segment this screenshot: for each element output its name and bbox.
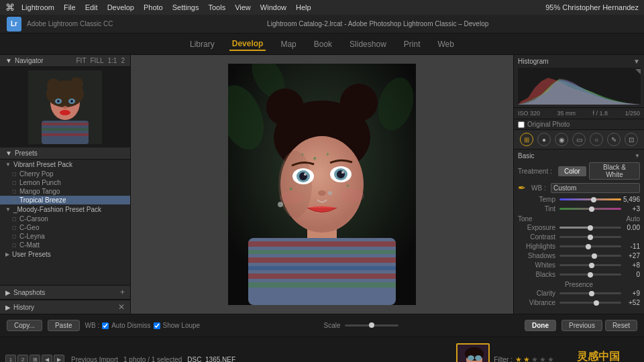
star-5[interactable]: ★	[547, 355, 554, 362]
menu-photo[interactable]: Photo	[144, 3, 163, 11]
preset-group-moody[interactable]: ▼ _Moody-Fashion Preset Pack	[0, 204, 130, 215]
radial-filter-tool[interactable]: ○	[590, 133, 603, 146]
group-name-vibrant: Vibrant Preset Pack	[13, 161, 72, 168]
filmstrip-page-2[interactable]: 2	[17, 355, 28, 363]
tab-develop[interactable]: Develop	[229, 38, 266, 51]
tint-slider[interactable]	[559, 208, 621, 210]
fit-option-fill[interactable]: FILL	[91, 57, 104, 64]
redeye-tool[interactable]: ◉	[555, 133, 568, 146]
filmstrip-controls: 1 2 ⊞ ◀ ▶	[5, 355, 64, 363]
range-mask-tool[interactable]: ⊡	[625, 133, 638, 146]
menu-tools[interactable]: Tools	[208, 3, 225, 11]
whites-slider[interactable]	[559, 264, 621, 266]
original-photo-checkbox[interactable]	[518, 121, 525, 128]
menu-file[interactable]: File	[64, 3, 76, 11]
temp-thumb[interactable]	[591, 197, 596, 202]
exposure-slider[interactable]	[559, 227, 621, 229]
blacks-thumb[interactable]	[588, 272, 593, 278]
scale-thumb[interactable]	[369, 322, 374, 328]
treatment-color-button[interactable]: Color	[558, 166, 586, 176]
menu-develop[interactable]: Develop	[107, 3, 134, 11]
main-photo-container[interactable]: ✦ ✦ ✦ ✦ ✦	[228, 64, 416, 305]
menu-help[interactable]: Help	[296, 3, 311, 11]
star-3[interactable]: ★	[531, 355, 538, 362]
vibrance-thumb[interactable]	[594, 300, 599, 306]
highlights-slider[interactable]	[559, 245, 621, 247]
preset-group-vibrant[interactable]: ▼ Vibrant Preset Pack	[0, 160, 130, 170]
show-loupe-checkbox[interactable]	[154, 322, 160, 329]
exposure-thumb[interactable]	[588, 225, 593, 231]
filmstrip-page-1[interactable]: 1	[5, 355, 16, 363]
gradient-filter-tool[interactable]: ▭	[572, 133, 586, 146]
treatment-bw-button[interactable]: Black & White	[589, 162, 640, 180]
tab-slideshow[interactable]: Slideshow	[347, 38, 389, 50]
preset-item-lemon-punch[interactable]: ◻ Lemon Punch	[0, 178, 130, 187]
preset-item-c-leyna[interactable]: ◻ C-Leyna	[0, 232, 130, 241]
history-header[interactable]: ▶ History ✕	[0, 300, 130, 314]
preset-item-c-matt[interactable]: ◻ C-Matt	[0, 241, 130, 249]
whites-thumb[interactable]	[589, 263, 594, 268]
tab-library[interactable]: Library	[187, 38, 217, 50]
snapshots-add-button[interactable]: +	[120, 288, 125, 297]
basic-panel-header[interactable]: Basic ▼	[518, 152, 640, 160]
contrast-slider[interactable]	[559, 236, 621, 238]
previous-button[interactable]: Previous	[561, 320, 602, 331]
filmstrip-grid-view[interactable]: ⊞	[30, 355, 40, 363]
preset-item-tropical-breeze[interactable]: ◻ Tropical Breeze	[0, 196, 130, 204]
preset-group-user[interactable]: ▶ User Presets	[0, 249, 130, 259]
navigator-thumbnail[interactable]	[0, 67, 130, 147]
apple-menu-icon[interactable]: ⌘	[5, 2, 15, 13]
star-1[interactable]: ★	[515, 355, 522, 362]
wb-eyedropper-icon[interactable]: ✒	[518, 182, 526, 193]
tab-book[interactable]: Book	[311, 38, 335, 50]
star-4[interactable]: ★	[539, 355, 546, 362]
presets-header[interactable]: ▼ Presets	[0, 147, 130, 160]
tone-auto-button[interactable]: Auto	[626, 215, 640, 223]
adjustment-brush-tool[interactable]: ✎	[607, 133, 621, 146]
auto-dismiss-checkbox[interactable]	[102, 322, 109, 329]
filmstrip-thumbnail[interactable]	[456, 343, 490, 363]
fit-option-fit[interactable]: FIT	[76, 57, 87, 64]
star-rating: ★ ★ ★ ★ ★	[515, 355, 554, 362]
star-2[interactable]: ★	[523, 355, 530, 362]
highlights-thumb[interactable]	[586, 244, 591, 249]
copy-button[interactable]: Copy...	[7, 320, 42, 331]
reset-button[interactable]: Reset	[605, 320, 637, 331]
menu-window[interactable]: Window	[260, 3, 286, 11]
preset-item-cherry-pop[interactable]: ◻ Cherry Pop	[0, 170, 130, 178]
wb-selector[interactable]: Custom	[551, 183, 640, 193]
tab-print[interactable]: Print	[401, 38, 423, 50]
fit-option-1to1[interactable]: 1:1	[108, 57, 117, 64]
navigator-header[interactable]: ▼ Navigator FIT FILL 1:1 2	[0, 55, 130, 67]
contrast-thumb[interactable]	[588, 235, 593, 240]
menu-edit[interactable]: Edit	[85, 3, 98, 11]
blacks-slider[interactable]	[559, 274, 621, 276]
tab-web[interactable]: Web	[435, 38, 457, 50]
menu-view[interactable]: View	[235, 3, 251, 11]
temp-slider[interactable]	[559, 198, 621, 200]
shadows-thumb[interactable]	[592, 253, 597, 259]
vibrance-slider[interactable]	[559, 302, 621, 304]
tab-map[interactable]: Map	[278, 38, 299, 50]
history-close-button[interactable]: ✕	[118, 302, 125, 312]
preset-item-mango-tango[interactable]: ◻ Mango Tango	[0, 187, 130, 196]
menu-settings[interactable]: Settings	[172, 3, 199, 11]
preset-item-c-geo[interactable]: ◻ C-Geo	[0, 223, 130, 232]
done-button[interactable]: Done	[525, 320, 556, 331]
fit-option-2[interactable]: 2	[121, 57, 125, 64]
tint-thumb[interactable]	[589, 206, 594, 212]
crop-tool[interactable]: ⊞	[520, 133, 533, 146]
presence-label: Presence	[518, 281, 640, 288]
scale-slider[interactable]	[345, 324, 398, 326]
preset-item-c-carson[interactable]: ◻ C-Carson	[0, 215, 130, 223]
filmstrip-next-nav[interactable]: ▶	[54, 355, 64, 363]
shadows-slider[interactable]	[559, 255, 621, 257]
paste-button[interactable]: Paste	[48, 320, 80, 331]
snapshots-header[interactable]: ▶ Snapshots +	[0, 286, 130, 300]
filmstrip-prev-nav[interactable]: ◀	[42, 355, 52, 363]
clarity-thumb[interactable]	[589, 291, 594, 296]
clarity-slider[interactable]	[559, 292, 621, 294]
menu-lightroom[interactable]: Lightroom	[21, 3, 54, 11]
spot-removal-tool[interactable]: ●	[537, 133, 551, 146]
histogram-expand-icon[interactable]: ▼	[633, 58, 640, 65]
